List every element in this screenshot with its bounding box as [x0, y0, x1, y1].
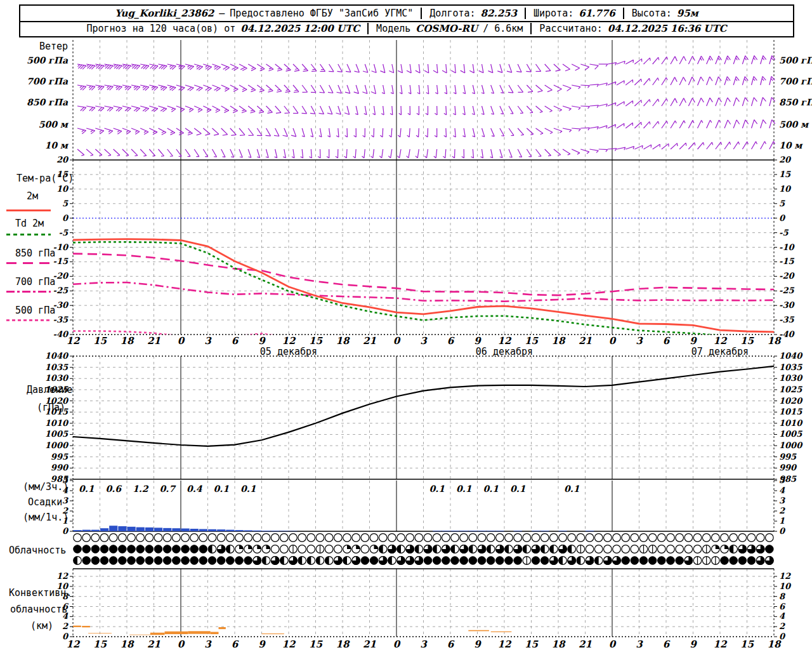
svg-text:21: 21: [147, 639, 160, 650]
svg-text:15: 15: [525, 335, 539, 347]
wind-level-label: 850 гПа: [779, 97, 812, 107]
svg-text:12: 12: [779, 571, 791, 581]
svg-text:6: 6: [447, 639, 455, 650]
svg-text:4: 4: [779, 611, 785, 621]
svg-text:3: 3: [204, 335, 212, 347]
svg-text:0: 0: [393, 335, 401, 347]
pressure-panel: 9859859909909959951000100010051005101010…: [45, 351, 803, 484]
svg-text:0.1: 0.1: [510, 484, 526, 494]
svg-text:5: 5: [62, 199, 69, 208]
svg-text:12: 12: [714, 335, 728, 347]
svg-text:9: 9: [474, 335, 481, 347]
svg-text:15: 15: [309, 335, 323, 347]
svg-text:3: 3: [420, 335, 428, 347]
svg-text:1010: 1010: [45, 418, 69, 428]
svg-text:0.1: 0.1: [456, 484, 472, 494]
svg-text:18: 18: [121, 639, 134, 650]
svg-text:0: 0: [609, 639, 617, 650]
svg-text:15: 15: [525, 639, 539, 650]
svg-text:6: 6: [663, 335, 671, 347]
wind-level-label: 500 м: [779, 119, 809, 129]
svg-text:18: 18: [336, 335, 350, 347]
svg-text:12: 12: [282, 335, 296, 347]
svg-text:9: 9: [690, 335, 697, 347]
svg-text:2: 2: [779, 506, 785, 515]
svg-text:990: 990: [51, 463, 69, 472]
svg-text:18: 18: [552, 335, 566, 347]
svg-text:21: 21: [363, 639, 376, 650]
svg-text:10: 10: [779, 184, 792, 194]
svg-text:-30: -30: [53, 300, 69, 310]
svg-text:0: 0: [779, 526, 786, 536]
svg-text:1015: 1015: [779, 407, 802, 416]
svg-text:1000: 1000: [45, 441, 69, 450]
svg-text:0.1: 0.1: [214, 484, 230, 494]
wind-level-label: 10 м: [779, 140, 803, 150]
svg-text:12: 12: [56, 571, 69, 581]
svg-text:990: 990: [779, 463, 797, 472]
svg-text:1030: 1030: [45, 373, 69, 383]
svg-text:995: 995: [51, 452, 69, 461]
svg-text:-25: -25: [53, 286, 69, 295]
svg-text:12: 12: [67, 639, 81, 650]
svg-text:15: 15: [779, 169, 791, 179]
svg-text:20: 20: [56, 155, 69, 164]
svg-text:15: 15: [93, 335, 107, 347]
svg-text:5: 5: [779, 475, 785, 485]
svg-text:6: 6: [447, 335, 455, 347]
svg-text:21: 21: [579, 335, 592, 347]
svg-text:-35: -35: [53, 315, 69, 324]
wind-level-label: 10 м: [44, 140, 69, 150]
svg-text:6: 6: [232, 639, 239, 650]
svg-text:5: 5: [62, 475, 69, 485]
svg-text:2: 2: [62, 506, 69, 515]
svg-text:3: 3: [636, 639, 643, 650]
svg-text:8: 8: [62, 592, 69, 601]
svg-text:0.1: 0.1: [483, 484, 499, 494]
svg-text:0.1: 0.1: [79, 484, 95, 494]
svg-text:-5: -5: [59, 228, 69, 237]
svg-text:-15: -15: [779, 256, 794, 266]
svg-text:4: 4: [62, 486, 69, 495]
svg-text:18: 18: [768, 639, 782, 650]
svg-text:-25: -25: [779, 286, 794, 295]
svg-text:1020: 1020: [45, 396, 69, 406]
svg-text:15: 15: [56, 169, 69, 179]
svg-text:21: 21: [579, 639, 592, 650]
svg-text:3: 3: [204, 639, 212, 650]
svg-text:-5: -5: [779, 228, 789, 237]
wind-level-label: 500 м: [39, 119, 69, 129]
svg-text:5: 5: [779, 199, 785, 208]
svg-text:9: 9: [474, 639, 481, 650]
svg-text:0.1: 0.1: [564, 484, 580, 494]
svg-text:21: 21: [147, 335, 160, 347]
svg-text:0.4: 0.4: [187, 484, 203, 494]
cloudiness-panel: [74, 534, 773, 565]
svg-text:0.1: 0.1: [429, 484, 445, 494]
svg-text:0.1: 0.1: [240, 484, 256, 494]
svg-text:15: 15: [740, 639, 754, 650]
svg-text:9: 9: [258, 335, 266, 347]
svg-text:18: 18: [121, 335, 134, 347]
svg-text:0.7: 0.7: [160, 484, 177, 494]
svg-text:18: 18: [768, 335, 782, 347]
svg-text:15: 15: [309, 639, 323, 650]
svg-text:1025: 1025: [45, 385, 69, 394]
svg-text:20: 20: [779, 155, 792, 164]
wind-level-label: 500 гПа: [779, 55, 812, 65]
svg-text:8: 8: [779, 592, 786, 601]
svg-text:-40: -40: [779, 329, 795, 339]
temperature-panel: -40-40-35-35-30-30-25-25-20-20-15-15-10-…: [53, 155, 796, 357]
precipitation-panel: 0011223344550.10.61.20.70.40.10.10.10.10…: [62, 475, 786, 536]
svg-text:1: 1: [62, 516, 68, 526]
svg-text:1040: 1040: [45, 351, 69, 361]
svg-text:1020: 1020: [779, 396, 803, 406]
svg-text:6: 6: [663, 639, 671, 650]
svg-text:1000: 1000: [779, 441, 803, 450]
svg-text:12: 12: [282, 639, 296, 650]
svg-text:1005: 1005: [45, 429, 69, 439]
svg-text:10: 10: [779, 581, 792, 591]
svg-text:-15: -15: [53, 256, 69, 266]
svg-text:1035: 1035: [45, 362, 69, 372]
svg-text:3: 3: [636, 335, 643, 347]
